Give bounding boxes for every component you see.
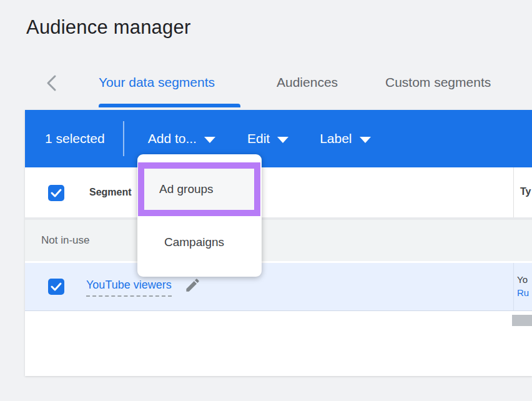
group-row-not-in-use: Not in-use [25,220,532,263]
type-cell-link[interactable]: Ru [517,286,529,299]
caret-down-icon [204,137,215,143]
segments-table: Segment Ty Not in-use YouTube viewers [25,167,532,311]
segment-column-header[interactable]: Segment [89,187,132,198]
label-menu-button[interactable]: Label [320,131,370,146]
tab-your-data-segments[interactable]: Your data segments [99,75,215,90]
edit-menu-label: Edit [247,131,270,146]
active-tab-underline [99,104,240,107]
scrollbar-thumb[interactable] [512,315,532,326]
table-row[interactable]: YouTube viewers Yo Ru [25,263,532,311]
add-to-menu-button[interactable]: Add to... [148,131,215,146]
row-checkbox[interactable] [48,279,64,295]
tab-audiences[interactable]: Audiences [277,75,338,90]
column-divider [513,263,514,310]
caret-down-icon [360,137,371,143]
segment-name-link[interactable]: YouTube viewers [86,279,172,297]
add-to-menu-label: Add to... [148,131,197,146]
table-header-row: Segment Ty [25,167,532,220]
group-row-label: Not in-use [41,234,89,247]
column-divider [513,167,514,217]
content-card: 1 selected Add to... Edit Label Segment … [25,110,532,376]
annotation-highlight-box: Ad groups [138,162,260,216]
page-title: Audience manager [26,16,190,39]
type-cell-line1: Yo [517,273,529,286]
edit-menu-button[interactable]: Edit [247,131,288,146]
caret-down-icon [277,137,288,143]
chevron-left-icon[interactable] [44,74,60,92]
checkbox-checked-icon [49,186,63,200]
type-column-header[interactable]: Ty [520,186,531,197]
selected-count: 1 selected [45,131,105,146]
add-to-dropdown-menu: Ad groups Campaigns [137,154,262,277]
menu-item-campaigns[interactable]: Campaigns [137,224,262,261]
select-all-checkbox[interactable] [48,185,64,201]
checkbox-checked-icon [49,280,63,294]
tab-custom-segments[interactable]: Custom segments [385,75,491,90]
action-bar-divider [123,121,124,156]
bulk-action-bar: 1 selected Add to... Edit Label [25,110,532,167]
type-cell: Yo Ru [517,273,529,299]
label-menu-label: Label [320,131,352,146]
menu-item-ad-groups[interactable]: Ad groups [144,169,254,210]
pencil-icon[interactable] [184,277,201,296]
